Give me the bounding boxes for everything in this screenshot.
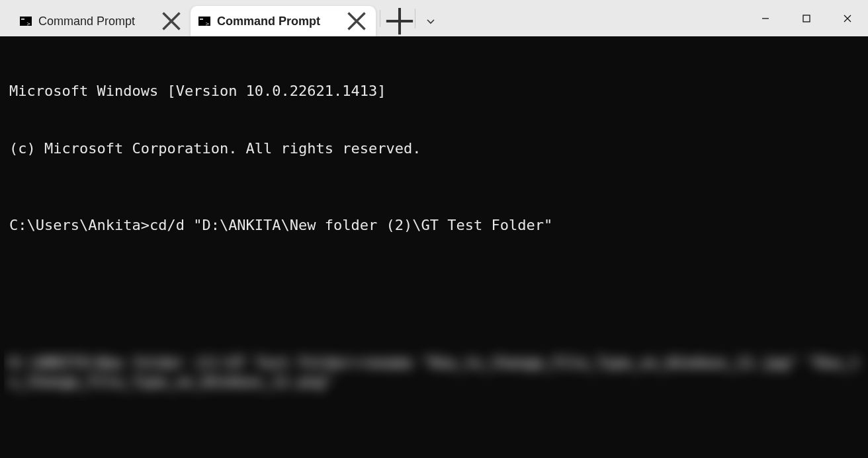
svg-rect-0 (803, 15, 810, 22)
chevron-down-icon (426, 17, 435, 26)
blurred-text: D:\ANKITA\New folder (2)\GT Test Folder>… (9, 353, 864, 391)
tabs-divider (380, 10, 380, 27)
command-text: cd/d "D:\ANKITA\New folder (2)\GT Test F… (150, 217, 552, 233)
close-tab-button[interactable] (161, 11, 181, 31)
tab-command-prompt-2-active[interactable]: Command Prompt (191, 6, 376, 36)
maximize-icon (802, 14, 811, 23)
terminal-output[interactable]: Microsoft Windows [Version 10.0.22621.14… (4, 36, 868, 458)
tab-title: Command Prompt (38, 15, 135, 28)
new-tab-button[interactable] (384, 6, 415, 36)
tab-command-prompt-1[interactable]: Command Prompt (12, 6, 191, 36)
titlebar: Command Prompt Command Prompt (0, 0, 868, 36)
cmd-icon (198, 17, 210, 26)
tab-dropdown-button[interactable] (415, 6, 446, 36)
version-line: Microsoft Windows [Version 10.0.22621.14… (9, 81, 864, 100)
cmd-icon (20, 17, 32, 26)
command-line-1: C:\Users\Ankita>cd/d "D:\ANKITA\New fold… (9, 215, 864, 235)
prompt: C:\Users\Ankita> (9, 217, 150, 233)
plus-icon (384, 6, 415, 36)
minimize-button[interactable] (745, 0, 786, 36)
tab-title: Command Prompt (217, 15, 320, 28)
close-icon (161, 11, 181, 31)
blurred-region: D:\ANKITA\New folder (2)\GT Test Folder>… (9, 311, 864, 436)
close-window-button[interactable] (827, 0, 868, 36)
maximize-button[interactable] (786, 0, 827, 36)
close-tab-button[interactable] (347, 11, 367, 31)
minimize-icon (761, 14, 770, 23)
close-icon (843, 14, 852, 23)
close-icon (347, 11, 367, 31)
copyright-line: (c) Microsoft Corporation. All rights re… (9, 139, 864, 158)
window-controls (745, 0, 868, 36)
tabs-container: Command Prompt Command Prompt (0, 0, 446, 36)
